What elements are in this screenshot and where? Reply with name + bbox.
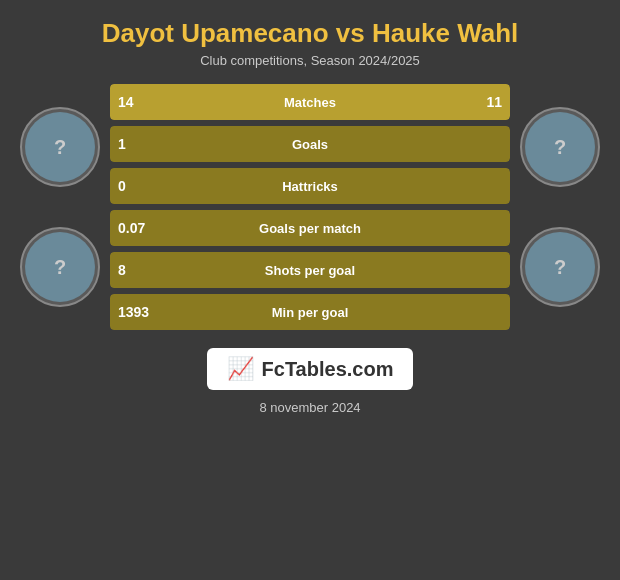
date-label: 8 november 2024: [259, 400, 360, 415]
left-player-avatar-top: ?: [20, 107, 100, 187]
stat-row-matches: 14Matches11: [110, 84, 510, 120]
left-player-avatar-bottom: ?: [20, 227, 100, 307]
left-avatar-inner-top: ?: [25, 112, 95, 182]
stat-left-value-1: 1: [118, 136, 126, 152]
right-player-avatar-top: ?: [520, 107, 600, 187]
brand-text: FcTables.com: [262, 358, 394, 381]
stat-row-hattricks: 0Hattricks: [110, 168, 510, 204]
stat-row-shots-per-goal: 8Shots per goal: [110, 252, 510, 288]
right-player-avatars: ? ?: [520, 107, 600, 307]
stat-label-3: Goals per match: [259, 221, 361, 236]
right-avatar-inner-top: ?: [525, 112, 595, 182]
stat-left-value-3: 0.07: [118, 220, 145, 236]
brand-icon: 📈: [227, 356, 254, 382]
stat-row-goals-per-match: 0.07Goals per match: [110, 210, 510, 246]
stat-right-value-0: 11: [486, 94, 502, 110]
branding-badge: 📈 FcTables.com: [207, 348, 414, 390]
stat-label-1: Goals: [292, 137, 328, 152]
stat-left-value-5: 1393: [118, 304, 149, 320]
stat-label-4: Shots per goal: [265, 263, 355, 278]
stat-row-goals: 1Goals: [110, 126, 510, 162]
stats-container: 14Matches111Goals0Hattricks0.07Goals per…: [110, 84, 510, 330]
page-title: Dayot Upamecano vs Hauke Wahl: [102, 18, 519, 49]
page-subtitle: Club competitions, Season 2024/2025: [102, 53, 519, 68]
stat-left-value-0: 14: [118, 94, 134, 110]
stat-row-min-per-goal: 1393Min per goal: [110, 294, 510, 330]
stat-left-value-2: 0: [118, 178, 126, 194]
stat-left-value-4: 8: [118, 262, 126, 278]
left-avatar-inner-bottom: ?: [25, 232, 95, 302]
right-player-avatar-bottom: ?: [520, 227, 600, 307]
stat-label-2: Hattricks: [282, 179, 338, 194]
right-avatar-inner-bottom: ?: [525, 232, 595, 302]
stat-label-5: Min per goal: [272, 305, 349, 320]
left-player-avatars: ? ?: [20, 107, 100, 307]
stat-label-0: Matches: [284, 95, 336, 110]
